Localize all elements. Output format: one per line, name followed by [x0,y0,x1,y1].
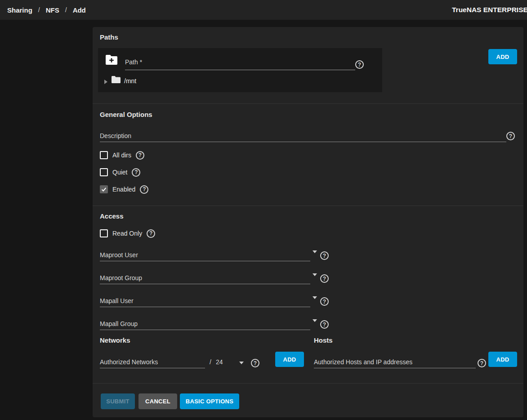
paths-section-title: Paths [100,33,118,41]
tree-expander-icon[interactable] [104,80,107,84]
authorized-networks-label: Authorized Networks [100,358,158,366]
breadcrumb-item-nfs[interactable]: NFS [46,6,59,14]
caret-down-icon[interactable] [239,362,244,364]
caret-down-icon[interactable] [313,296,317,299]
hosts-section-title: Hosts [314,336,333,344]
enabled-checkbox-row: Enabled ? [100,185,148,194]
help-icon[interactable]: ? [132,168,140,177]
read-only-checkbox-row: Read Only ? [100,229,155,238]
breadcrumb-separator: / [65,6,67,13]
read-only-label: Read Only [112,230,142,237]
help-icon[interactable]: ? [140,185,148,194]
section-divider [93,206,523,206]
breadcrumb-item-sharing[interactable]: Sharing [7,6,32,14]
cancel-button[interactable]: CANCEL [138,393,177,409]
submit-button[interactable]: SUBMIT [101,393,135,409]
authorized-networks-input[interactable]: Authorized Networks [100,358,205,368]
quiet-checkbox-row: Quiet ? [100,168,140,177]
caret-down-icon[interactable] [313,250,317,253]
add-path-button[interactable]: ADD [488,49,517,64]
help-icon[interactable]: ? [355,60,364,69]
access-section-title: Access [100,212,124,220]
networks-section-title: Networks [100,336,130,344]
breadcrumb-separator: / [38,6,40,13]
caret-down-icon[interactable] [313,319,317,322]
mapall-user-select[interactable]: Mapall User [100,297,310,307]
breadcrumb-item-add: Add [73,6,86,14]
tree-item-mnt[interactable]: /mnt [124,77,136,85]
maproot-user-select[interactable]: Maproot User [100,251,310,261]
maproot-group-select[interactable]: Maproot Group [100,274,310,284]
section-divider [93,383,523,384]
all-dirs-label: All dirs [112,152,131,159]
basic-options-button[interactable]: BASIC OPTIONS [180,393,239,409]
all-dirs-checkbox[interactable] [100,151,108,159]
top-navigation-bar: Sharing / NFS / Add TrueNAS ENTERPRISE [0,0,527,20]
nfs-add-form-card: Paths Path * ? /mnt ADD General Options … [93,27,523,417]
truenas-brand-label: TrueNAS ENTERPRISE [452,6,527,14]
add-host-button[interactable]: ADD [488,352,517,367]
help-icon[interactable]: ? [320,274,329,283]
help-icon[interactable]: ? [136,151,144,160]
path-input-label: Path * [125,58,142,66]
help-icon[interactable]: ? [506,132,515,140]
help-icon[interactable]: ? [478,359,486,367]
maproot-group-label: Maproot Group [100,274,142,281]
description-input-label: Description [100,132,131,139]
all-dirs-checkbox-row: All dirs ? [100,151,144,160]
breadcrumb: Sharing / NFS / Add [7,0,86,20]
help-icon[interactable]: ? [320,251,329,260]
general-options-section-title: General Options [100,111,152,118]
quiet-label: Quiet [112,169,127,176]
read-only-checkbox[interactable] [100,229,108,237]
netmask-select[interactable]: 24 [216,358,223,366]
caret-down-icon[interactable] [313,273,317,276]
mapall-user-label: Mapall User [100,297,134,304]
mapall-group-label: Mapall Group [100,320,138,327]
quiet-checkbox[interactable] [100,168,108,176]
path-picker-panel: Path * ? /mnt [98,48,382,92]
path-input[interactable]: Path * [125,58,355,70]
authorized-hosts-label: Authorized Hosts and IP addresses [314,358,412,366]
authorized-hosts-input[interactable]: Authorized Hosts and IP addresses [314,358,476,368]
section-divider [93,103,523,104]
netmask-separator: / [210,358,211,366]
enabled-checkbox[interactable] [100,185,108,193]
mapall-group-select[interactable]: Mapall Group [100,320,310,330]
enabled-label: Enabled [112,186,135,193]
help-icon[interactable]: ? [147,229,155,238]
add-network-button[interactable]: ADD [275,352,304,367]
help-icon[interactable]: ? [320,297,329,306]
maproot-user-label: Maproot User [100,251,138,259]
description-input[interactable]: Description [100,132,506,142]
help-icon[interactable]: ? [251,359,259,367]
help-icon[interactable]: ? [320,320,329,329]
